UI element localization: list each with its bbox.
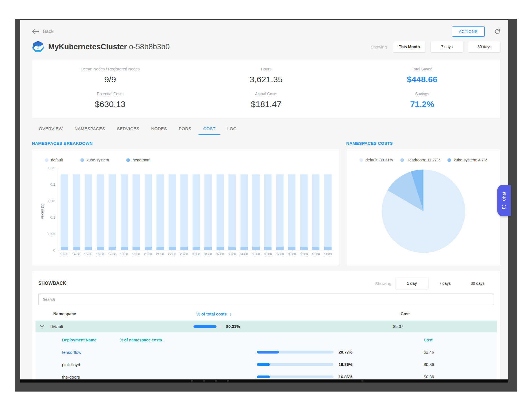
bar-segment-default [264,174,271,247]
legend-item-kube-system-4-7-[interactable]: kube-system: 4.7% [447,158,487,162]
actions-button[interactable]: ACTIONS [452,26,485,37]
legend-label: headroom [133,158,150,162]
y-axis-label: 0 [53,248,55,252]
progress-bar [257,351,334,354]
title-row: MyKubernetesCluster o-58b8b3b0 Showing T… [32,41,500,53]
bar-segment-kube-system [288,247,295,250]
pie-chart [382,170,465,253]
search-input[interactable] [38,294,494,305]
namespaces-breakdown-title: NAMESPACES BREAKDOWN [32,141,346,146]
bar-03:00 [228,174,236,250]
bar-segment-default [252,174,260,247]
back-button[interactable]: Back [32,29,54,34]
x-axis-label: 02:00 [214,252,226,256]
chat-icon [501,204,507,210]
legend-dot [45,158,48,162]
tab-log[interactable]: LOG [227,126,237,135]
bar-segment-default [228,174,236,247]
stat-label: Actual Costs [188,92,344,96]
bar-slot [154,168,166,250]
bar-segment-kube-system [324,247,332,250]
x-axis-label: 01:00 [202,252,214,256]
legend-label: kube-system [87,158,109,162]
bar-segment-kube-system [145,247,152,250]
legend-item-headroom-11-27-[interactable]: Headroom: 11.27% [400,158,440,162]
bar-segment-kube-system [252,247,260,250]
bar-chart-legend: defaultkube-systemheadroom [45,158,339,162]
bar-21:00 [156,174,164,250]
cost-value: $5.07 [393,324,494,329]
range-button-30-days[interactable]: 30 days [468,41,500,52]
legend-dot [400,158,404,162]
legend-dot [80,158,84,162]
progress-bar [193,325,222,328]
column-namespace-costs[interactable]: % of namespace costs↓ [120,338,424,342]
legend-item-default[interactable]: default [45,158,63,162]
bar-segment-default [288,174,295,247]
bar-slot [70,168,82,250]
bar-segment-default [73,174,80,247]
bar-10:00 [312,174,319,250]
bar-slot [118,168,130,250]
bar-segment-kube-system [97,247,104,250]
bar-05:00 [252,174,260,250]
tab-overview[interactable]: OVERVIEW [39,126,63,135]
bar-segment-default [193,174,200,247]
showback-range-button-1-day[interactable]: 1 day [395,278,429,289]
tab-cost[interactable]: COST [203,126,216,135]
percent-value: 16.86% [339,375,352,379]
chat-button[interactable]: Chat [497,185,511,216]
namespaces-costs-chart-card: default: 80.31%Headroom: 11.27%kube-syst… [346,149,500,265]
column-total-costs[interactable]: % of total costs↓ [195,312,399,316]
bar-chart: Prices ($) 00.050.10.150.20.25 [38,168,334,250]
x-axis-label: 15:00 [82,252,94,256]
bar-slot [262,168,274,250]
refresh-button[interactable] [494,28,500,35]
bar-segment-default [97,174,104,247]
namespace-row-default[interactable]: default 80.31% $5.07 [36,321,497,332]
showback-card: SHOWBACK Showing 1 day7 days30 days Name… [32,271,500,379]
tab-services[interactable]: SERVICES [117,126,140,135]
x-axis-label: 20:00 [142,252,154,256]
showing-label: Showing [370,45,387,49]
bar-04:00 [240,174,248,250]
bar-slot [250,168,262,250]
bar-slot [214,168,226,250]
stat-value: 71.2% [344,99,500,109]
deployment-link[interactable]: tensorflow [62,350,257,355]
legend-item-headroom[interactable]: headroom [126,158,150,162]
bar-17:00 [109,174,116,250]
legend-item-default-80-31-[interactable]: default: 80.31% [359,158,393,162]
showback-title: SHOWBACK [38,281,66,286]
y-axis-label: 0.1 [50,215,55,219]
deployment-row-tensorflow: tensorflow28.77%$1.46 [36,346,497,358]
bar-segment-default [156,174,164,247]
showback-range-button-30-days[interactable]: 30 days [461,278,494,289]
bar-segment-default [85,174,92,247]
tab-namespaces[interactable]: NAMESPACES [75,126,105,135]
x-axis-label: 07:00 [274,252,286,256]
range-selector: Showing This Month7 days30 days [370,41,500,52]
progress-fill [257,351,279,354]
bar-14:00 [73,174,80,250]
x-axis-label: 19:00 [130,252,142,256]
x-axis-label: 17:00 [106,252,118,256]
tab-pods[interactable]: PODS [179,126,191,135]
y-axis-title: Prices ($) [40,204,44,219]
showback-range-button-7-days[interactable]: 7 days [429,278,461,289]
bar-segment-default [312,174,319,247]
cost-value: $0.86 [424,362,497,367]
chevron-down-icon[interactable] [40,325,50,328]
legend-item-kube-system[interactable]: kube-system [80,158,109,162]
tab-nodes[interactable]: NODES [151,126,167,135]
range-button-7-days[interactable]: 7 days [431,41,463,52]
bar-segment-kube-system [156,247,164,250]
namespaces-breakdown-chart-card: defaultkube-systemheadroom Prices ($) 00… [32,149,340,265]
bar-slot [274,168,286,250]
bar-slot [190,168,202,250]
bar-06:00 [264,174,271,250]
range-button-this-month[interactable]: This Month [393,41,425,52]
stat-savings: Savings71.2% [344,88,500,112]
bar-segment-kube-system [109,247,116,250]
stat-actual-costs: Actual Costs$181.47 [188,88,344,112]
